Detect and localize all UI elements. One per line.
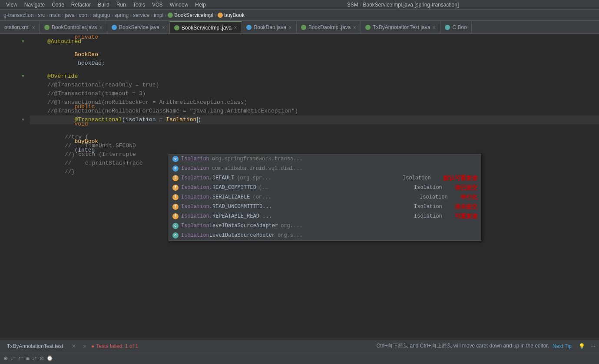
nav-icon-4[interactable]: ≡ [26,355,29,361]
tab-icon [112,25,117,30]
ac-item-2[interactable]: f Isolation.DEFAULT (org.spr... Isolatio… [169,173,481,183]
bulb-icon: 💡 [579,343,585,349]
tab-label: BookController.java [52,24,97,30]
ac-item-8[interactable]: c IsolationLevelDataSourceRouter org.s..… [169,231,481,240]
menu-code[interactable]: Code [49,1,67,9]
ac-icon: c [172,223,179,229]
breadcrumb: g-transaction › src › main › java › com … [0,10,599,21]
ac-icon: f [172,213,179,219]
ac-item-7[interactable]: c IsolationLevelDataSourceAdapter org...… [169,221,481,231]
breadcrumb-main[interactable]: main [49,12,60,18]
tab-label: otation.xml [4,24,30,30]
nav-icon-1[interactable]: ⊕ [3,355,8,361]
tab-close-icon[interactable]: ✕ [162,25,165,30]
tab-bookdaoimpl[interactable]: BookDaoImpl.java ✕ [297,21,361,33]
tab-bookserviceimpl[interactable]: BookServiceImpl.java ✕ [170,21,242,33]
breadcrumb-src[interactable]: src [38,12,45,18]
ac-annotation-cn: 可重复读 [455,212,477,220]
code-line: //@Transactional(noRollbackFor = Arithme… [30,98,599,107]
breadcrumb-method[interactable]: buyBook [224,12,245,18]
menu-run[interactable]: Run [114,1,129,9]
ac-name: Isolation.SERIALIZABLE [181,194,250,200]
tab-icon [301,25,306,30]
code-line [30,55,599,63]
tab-otation[interactable]: otation.xml ✕ [0,21,40,33]
menu-bar: View Navigate Code Refactor Build Run To… [0,0,599,10]
menu-window[interactable]: Window [167,1,191,9]
ac-name: Isolation.READ_COMMITTED [181,185,256,191]
tab-close-icon[interactable]: ✕ [32,25,35,30]
ac-item-0[interactable]: e Isolation org.springframework.transa..… [169,154,481,164]
ac-icon: f [172,175,179,181]
ac-annotation-cn: 读未提交 [455,203,477,211]
tab-bookservice[interactable]: BookService.java ✕ [107,21,170,33]
breadcrumb-com[interactable]: com [79,12,89,18]
tab-close-icon[interactable]: ✕ [353,25,356,30]
tab-bookcontroller[interactable]: BookController.java ✕ [40,21,107,33]
menu-vcs[interactable]: VCS [149,1,165,9]
breadcrumb-atguigu[interactable]: atguigu [93,12,110,18]
ac-pkg: (or... [252,194,417,200]
breadcrumb-impl[interactable]: impl [154,12,163,18]
menu-view[interactable]: View [3,1,20,9]
window-title: SSM - BookServiceImpl.java [spring-trans… [210,2,596,8]
settings-icon[interactable]: ⋯ [590,343,596,349]
breadcrumb-java[interactable]: java [65,12,74,18]
ac-name: Isolation.READ_UNCOMMITTED... [181,204,272,210]
ac-pkg: (.… [259,185,411,191]
nav-icon-3[interactable]: ↑⁻ [18,355,23,361]
ac-annotation-cn: 读已提交 [455,184,477,192]
bottom-bar: ⊕ ↓⁻ ↑⁻ ≡ ↓↑ ⊙ ⌚ [0,352,599,364]
ac-icon: e [172,165,179,172]
breadcrumb-spring[interactable]: spring [114,12,129,18]
tab-close-icon[interactable]: ✕ [234,25,237,30]
code-line: // TimeUnit.SECOND [30,142,599,150]
menu-build[interactable]: Build [95,1,112,9]
editor[interactable]: ▼ ▼ ▼ @Autowired private [0,34,599,340]
test-label[interactable]: TxByAnnotationTest.test [3,342,66,350]
ac-item-1[interactable]: e Isolation com.alibaba.druid.sql.dial..… [169,164,481,173]
ac-item-5[interactable]: f Isolation.READ_UNCOMMITTED... Isolatio… [169,202,481,212]
test-status: ● Tests failed: 1 of 1 [91,343,138,349]
breadcrumb-service[interactable]: service [133,12,149,18]
tab-close-icon[interactable]: ✕ [432,25,436,30]
tab-label: BookServiceImpl.java [182,25,232,31]
tab-label: BookDao.java [254,24,286,30]
tab-close-icon[interactable]: ✕ [99,25,103,30]
ac-name: Isolation.DEFAULT [181,175,234,181]
next-tip-link[interactable]: Next Tip [553,343,572,349]
menu-help[interactable]: Help [192,1,208,9]
tab-boo[interactable]: C Boo [440,21,471,33]
tab-close-icon[interactable]: ✕ [288,25,292,30]
code-line-cursor: @Transactional(isolation = Isolation) [30,116,599,124]
error-text: Tests failed: 1 of 1 [96,343,138,349]
status-hint: Ctrl+向下箭头 and Ctrl+向上箭头 will move caret … [376,342,549,350]
ac-annotation-cn: 串行化 [460,193,477,201]
ac-icon: f [172,194,179,200]
autocomplete-dropdown[interactable]: e Isolation org.springframework.transa..… [169,154,481,241]
code-line: private BookDao bookDao; [30,46,599,55]
nav-icon-2[interactable]: ↓⁻ [10,355,16,361]
code-line: //@Transactional(timeout = 3) [30,89,599,98]
nav-icon-6[interactable]: ⊙ [40,355,44,361]
nav-icon-7[interactable]: ⌚ [46,355,53,361]
line-numbers [0,34,20,340]
tab-label: TxByAnnotationTest.java [373,24,430,30]
breadcrumb-project[interactable]: g-transaction [3,12,33,18]
tab-icon [44,25,50,30]
ac-item-4[interactable]: f Isolation.SERIALIZABLE (or... Isolatio… [169,192,481,202]
tab-bookdao[interactable]: BookDao.java ✕ [242,21,297,33]
ac-item-3[interactable]: f Isolation.READ_COMMITTED (.… Isolation… [169,183,481,192]
ac-pkg: org.... [281,223,440,229]
nav-icon-5[interactable]: ↓↑ [32,355,37,361]
menu-tools[interactable]: Tools [130,1,148,9]
menu-navigate[interactable]: Navigate [22,1,47,9]
tab-txbyannotationtest[interactable]: TxByAnnotationTest.java ✕ [361,21,440,33]
ac-name: Isolation.REPEATABLE_READ ... [181,213,272,219]
breadcrumb-class[interactable]: BookServiceImpl [174,12,213,18]
ac-item-6[interactable]: f Isolation.REPEATABLE_READ ... Isolatio… [169,212,481,221]
tab-label: BookService.java [119,24,159,30]
status-bar: TxByAnnotationTest.test ✕ » ● Tests fail… [0,340,599,352]
menu-refactor[interactable]: Refactor [69,1,93,9]
tab-icon [246,25,252,30]
